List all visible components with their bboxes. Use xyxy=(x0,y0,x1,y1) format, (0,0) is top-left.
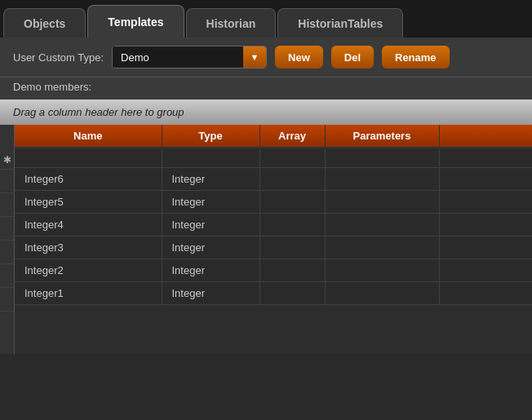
new-row-array[interactable] xyxy=(259,148,325,167)
del-button[interactable]: Del xyxy=(331,46,374,69)
table-row[interactable]: Integer3 Integer xyxy=(15,236,532,259)
data-table: Name Type Array Parameters xyxy=(15,125,532,305)
row-params xyxy=(325,167,439,190)
row-type[interactable]: Integer xyxy=(162,190,259,213)
col-header-parameters[interactable]: Parameters xyxy=(325,125,439,148)
rename-button[interactable]: Rename xyxy=(382,46,450,69)
tab-objects[interactable]: Objects xyxy=(3,8,86,38)
table-row[interactable]: Integer6 Integer xyxy=(15,167,532,190)
toolbar: User Custom Type: Demo ▼ New Del Rename xyxy=(0,38,532,77)
bottom-spacer xyxy=(15,305,532,354)
dropdown-arrow-icon[interactable]: ▼ xyxy=(243,46,266,69)
row-name[interactable]: Integer6 xyxy=(15,167,162,190)
dropdown-value: Demo xyxy=(113,46,243,68)
row-name[interactable]: Integer1 xyxy=(15,281,162,304)
drag-hint: Drag a column header here to group xyxy=(0,99,532,125)
new-row-name[interactable] xyxy=(15,148,162,167)
table-wrapper: Name Type Array Parameters xyxy=(15,125,532,354)
table-area: ✱ Name Type Array Parameters xyxy=(0,125,532,354)
row-type[interactable]: Integer xyxy=(162,281,259,304)
row-name[interactable]: Integer5 xyxy=(15,190,162,213)
row-array xyxy=(259,167,325,190)
new-data-row[interactable] xyxy=(15,148,532,167)
subtitle-text: Demo members: xyxy=(13,81,91,93)
type-dropdown[interactable]: Demo ▼ xyxy=(112,46,267,69)
user-custom-type-label: User Custom Type: xyxy=(13,51,104,64)
row-type[interactable]: Integer xyxy=(162,236,259,259)
table-row[interactable]: Integer4 Integer xyxy=(15,213,532,236)
table-row[interactable]: Integer1 Integer xyxy=(15,281,532,304)
table-row[interactable]: Integer5 Integer xyxy=(15,190,532,213)
new-row-indicator: ✱ xyxy=(0,149,14,170)
new-button[interactable]: New xyxy=(275,46,323,69)
tab-historian[interactable]: Historian xyxy=(186,8,277,38)
col-header-name[interactable]: Name xyxy=(15,125,162,148)
main-content: Drag a column header here to group ✱ Nam… xyxy=(0,99,532,354)
row-name[interactable]: Integer4 xyxy=(15,213,162,236)
row-type[interactable]: Integer xyxy=(162,167,259,190)
table-row[interactable]: Integer2 Integer xyxy=(15,259,532,281)
table-header-row: Name Type Array Parameters xyxy=(15,125,532,148)
row-name[interactable]: Integer3 xyxy=(15,236,162,259)
tab-bar: Objects Templates Historian HistorianTab… xyxy=(0,0,532,38)
row-type[interactable]: Integer xyxy=(162,213,259,236)
row-indicator-column: ✱ xyxy=(0,125,15,354)
subtitle-row: Demo members: xyxy=(0,77,532,99)
col-header-type[interactable]: Type xyxy=(162,125,259,148)
tab-historiantables[interactable]: HistorianTables xyxy=(277,8,403,38)
col-header-extra xyxy=(439,125,532,148)
new-row-params[interactable] xyxy=(325,148,439,167)
row-type[interactable]: Integer xyxy=(162,259,259,281)
row-name[interactable]: Integer2 xyxy=(15,259,162,281)
tab-templates[interactable]: Templates xyxy=(87,5,184,38)
col-header-array[interactable]: Array xyxy=(259,125,325,148)
new-row-type[interactable] xyxy=(162,148,259,167)
